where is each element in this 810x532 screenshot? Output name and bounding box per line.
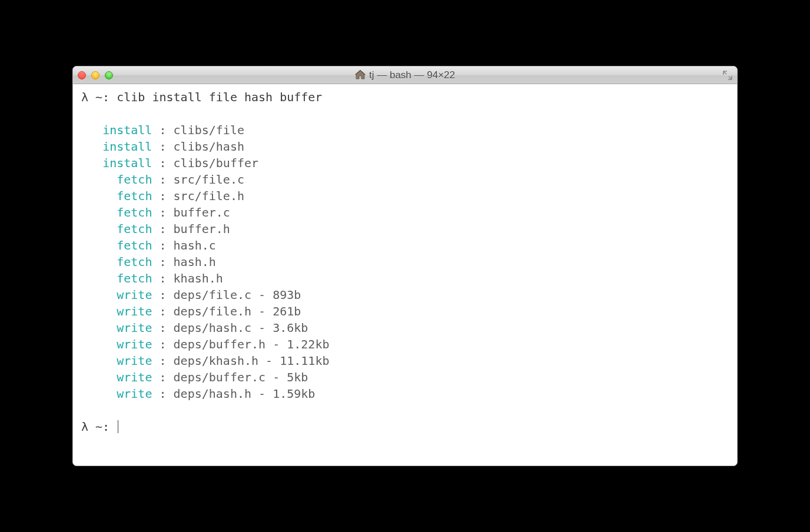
output-value: hash.h xyxy=(174,255,216,269)
output-keyword: fetch xyxy=(117,238,152,252)
zoom-icon[interactable] xyxy=(105,71,113,79)
output-separator: : xyxy=(152,189,173,203)
output-value: deps/file.h - 261b xyxy=(174,304,301,318)
output-keyword: fetch xyxy=(117,172,152,187)
traffic-lights xyxy=(78,71,113,79)
terminal-body[interactable]: λ ~: clib install file hash buffer insta… xyxy=(73,84,737,466)
output-separator: : xyxy=(152,255,173,269)
output-line: fetch : khash.h xyxy=(81,270,729,287)
output-separator: : xyxy=(152,139,173,154)
window-title: tj — bash — 94×22 xyxy=(355,69,455,81)
minimize-icon[interactable] xyxy=(91,71,99,79)
output-value: khash.h xyxy=(174,271,223,285)
output-line: write : deps/khash.h - 11.11kb xyxy=(81,353,729,369)
output-separator: : xyxy=(152,238,173,252)
output-keyword: install xyxy=(102,123,152,137)
output-line: fetch : buffer.h xyxy=(81,221,729,237)
output-line: fetch : src/file.h xyxy=(81,188,729,204)
cursor xyxy=(118,420,118,433)
output-value: deps/khash.h - 11.11kb xyxy=(174,354,330,368)
output-separator: : xyxy=(152,205,173,220)
terminal-window: tj — bash — 94×22 λ ~: clib install file… xyxy=(72,66,738,466)
output-line: write : deps/hash.c - 3.6kb xyxy=(81,320,729,336)
output-line: write : deps/buffer.c - 5kb xyxy=(81,369,729,385)
output-separator: : xyxy=(152,172,173,187)
output-keyword: write xyxy=(117,304,152,318)
output-value: buffer.c xyxy=(174,205,230,220)
output-line: write : deps/buffer.h - 1.22kb xyxy=(81,336,729,353)
output-keyword: fetch xyxy=(117,255,152,269)
output-line: write : deps/file.c - 893b xyxy=(81,287,729,303)
output-keyword: fetch xyxy=(117,271,152,285)
output-separator: : xyxy=(152,222,173,236)
output-keyword: write xyxy=(117,337,152,351)
output-keyword: install xyxy=(102,139,152,154)
window-title-text: tj — bash — 94×22 xyxy=(369,69,455,81)
prompt-symbol: λ ~: xyxy=(81,420,109,434)
output-keyword: fetch xyxy=(117,189,152,203)
output-separator: : xyxy=(152,354,173,368)
output-line: fetch : hash.h xyxy=(81,254,729,270)
output-separator: : xyxy=(152,304,173,318)
output-line: write : deps/file.h - 261b xyxy=(81,303,729,320)
prompt-symbol: λ ~: xyxy=(81,90,109,104)
output-keyword: fetch xyxy=(117,222,152,236)
output-value: deps/hash.c - 3.6kb xyxy=(174,321,308,335)
output-value: deps/buffer.c - 5kb xyxy=(174,370,308,384)
command-text: clib install file hash buffer xyxy=(117,90,322,104)
output-separator: : xyxy=(152,387,173,401)
output-line: install : clibs/buffer xyxy=(81,155,729,171)
prompt-line: λ ~: clib install file hash buffer xyxy=(81,90,322,104)
output-keyword: fetch xyxy=(117,205,152,220)
output-separator: : xyxy=(152,337,173,351)
close-icon[interactable] xyxy=(78,71,86,79)
home-icon xyxy=(355,70,366,79)
output-keyword: write xyxy=(117,387,152,401)
output-value: buffer.h xyxy=(174,222,230,236)
output-value: src/file.c xyxy=(174,172,244,187)
output-value: deps/file.c - 893b xyxy=(174,288,301,302)
output-keyword: install xyxy=(102,156,152,170)
output-separator: : xyxy=(152,271,173,285)
output-value: clibs/buffer xyxy=(174,156,259,170)
output-value: clibs/hash xyxy=(174,139,244,154)
output-line: install : clibs/hash xyxy=(81,138,729,155)
output-separator: : xyxy=(152,321,173,335)
output-line: fetch : hash.c xyxy=(81,237,729,254)
output-keyword: write xyxy=(117,321,152,335)
output-keyword: write xyxy=(117,354,152,368)
output-keyword: write xyxy=(117,370,152,384)
titlebar[interactable]: tj — bash — 94×22 xyxy=(73,66,737,84)
output-line: install : clibs/file xyxy=(81,122,729,138)
fullscreen-icon[interactable] xyxy=(723,71,732,80)
output-value: deps/buffer.h - 1.22kb xyxy=(174,337,330,351)
output-separator: : xyxy=(152,156,173,170)
output-value: clibs/file xyxy=(174,123,244,137)
output-separator: : xyxy=(152,288,173,302)
output-value: deps/hash.h - 1.59kb xyxy=(174,387,316,401)
prompt-line-2: λ ~: xyxy=(81,420,118,434)
output-value: hash.c xyxy=(174,238,216,252)
output-keyword: write xyxy=(117,288,152,302)
output-separator: : xyxy=(152,370,173,384)
output-value: src/file.h xyxy=(174,189,244,203)
output-line: fetch : src/file.c xyxy=(81,171,729,188)
output-line: fetch : buffer.c xyxy=(81,204,729,221)
output-lines: install : clibs/file install : clibs/has… xyxy=(81,122,729,402)
output-line: write : deps/hash.h - 1.59kb xyxy=(81,385,729,402)
output-separator: : xyxy=(152,123,173,137)
